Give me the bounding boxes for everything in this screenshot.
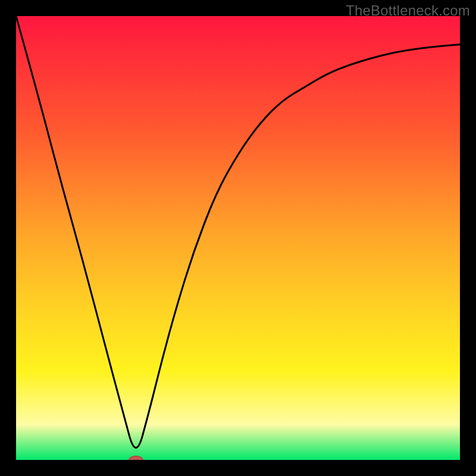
gradient-background	[16, 16, 460, 460]
chart-svg	[16, 16, 460, 460]
plot-area	[16, 16, 460, 460]
chart-frame: TheBottleneck.com	[0, 0, 476, 476]
watermark-text: TheBottleneck.com	[346, 2, 470, 19]
